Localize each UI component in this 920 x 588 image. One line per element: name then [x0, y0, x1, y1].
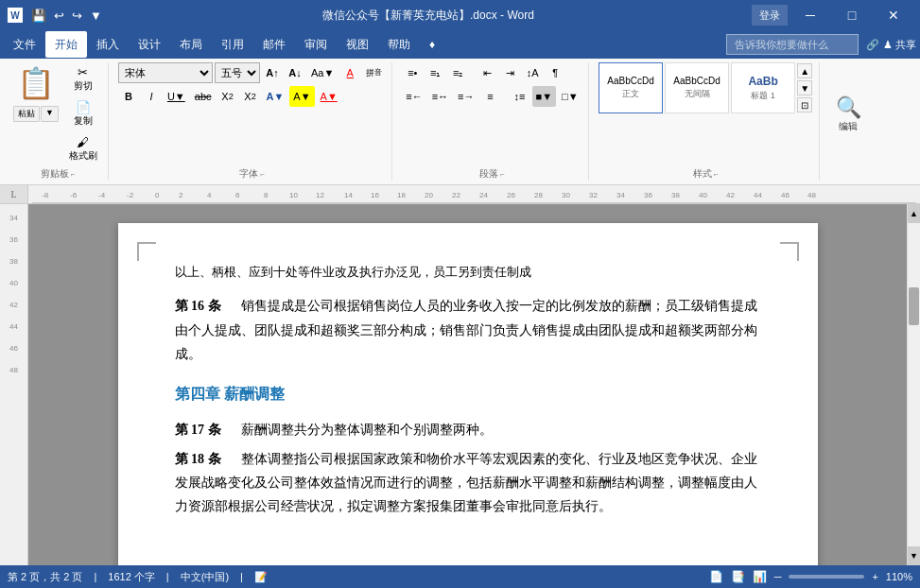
share-button[interactable]: 🔗 ♟ 共享	[866, 38, 916, 52]
style-expand[interactable]: ⊡	[797, 97, 812, 112]
phonetic-button[interactable]: 拼音	[362, 62, 386, 83]
article-16-content: 销售提成是公司根据销售岗位人员的业务收入按一定的比例发放的薪酬；员工级销售提成由…	[175, 299, 757, 360]
quick-access-dropdown[interactable]: ▼	[87, 7, 105, 25]
menu-review[interactable]: 审阅	[295, 31, 337, 58]
menu-view[interactable]: 视图	[337, 31, 378, 58]
menu-mail[interactable]: 邮件	[253, 31, 295, 58]
editing-button[interactable]: 🔍 编辑	[829, 89, 868, 142]
login-button[interactable]: 登录	[752, 5, 788, 26]
menu-extra[interactable]: ♦	[420, 31, 444, 58]
style-heading1[interactable]: AaBb 标题 1	[731, 62, 795, 113]
font-size-select[interactable]: 五号	[215, 62, 260, 83]
redo-button[interactable]: ↪	[69, 7, 85, 25]
menu-home[interactable]: 开始	[45, 31, 87, 58]
paragraph-label[interactable]: 段落 ⌐	[479, 165, 505, 181]
title-bar-title: 微信公众号【新菁英充电站】.docx - Word	[105, 8, 752, 24]
bullet-button[interactable]: ≡•	[402, 62, 423, 83]
style-scroll-down[interactable]: ▼	[797, 80, 812, 95]
italic-button[interactable]: I	[141, 86, 162, 107]
shading-button[interactable]: ■▼	[532, 86, 557, 107]
article-16-num: 第 16 条	[175, 299, 221, 313]
clipboard-label[interactable]: 剪贴板 ⌐	[41, 165, 76, 181]
menu-design[interactable]: 设计	[129, 31, 170, 58]
view-outline-button[interactable]: 📊	[753, 570, 767, 583]
editing-group-label[interactable]	[847, 168, 850, 181]
menu-file[interactable]: 文件	[4, 31, 45, 58]
multilevel-button[interactable]: ≡₂	[447, 62, 468, 83]
align-right-button[interactable]: ≡→	[454, 86, 477, 107]
text-effect-button[interactable]: A▼	[263, 86, 288, 107]
title-bar-left: W 💾 ↩ ↪ ▼	[8, 7, 105, 25]
increase-indent-button[interactable]: ⇥	[499, 62, 520, 83]
style-no-spacing-preview: AaBbCcDd	[673, 76, 720, 86]
copy-button[interactable]: 📄 复制	[64, 97, 102, 130]
view-print-button[interactable]: 📄	[709, 570, 723, 583]
sort-button[interactable]: ↕A	[522, 62, 543, 83]
case-button[interactable]: Aa▼	[307, 62, 338, 83]
svg-text:6: 6	[235, 191, 240, 199]
font-name-select[interactable]: 宋体	[118, 62, 213, 83]
undo-button[interactable]: ↩	[51, 7, 67, 25]
close-button[interactable]: ✕	[875, 0, 912, 30]
save-button[interactable]: 💾	[28, 7, 49, 25]
show-marks-button[interactable]: ¶	[545, 62, 565, 83]
svg-text:-4: -4	[98, 191, 106, 199]
bold-button[interactable]: B	[118, 86, 139, 107]
style-normal[interactable]: AaBbCcDd 正文	[599, 62, 663, 113]
svg-text:8: 8	[264, 191, 269, 199]
left-ruler-marks: 34 36 38 40 42 44 46 48	[9, 204, 18, 565]
decrease-indent-button[interactable]: ⇤	[477, 62, 497, 83]
view-web-button[interactable]: 📑	[731, 570, 745, 583]
highlight-button[interactable]: A▼	[289, 86, 314, 107]
numbering-button[interactable]: ≡₁	[425, 62, 445, 83]
paste-dropdown[interactable]: ▼	[41, 106, 59, 122]
align-left-button[interactable]: ≡←	[402, 86, 425, 107]
subscript-button[interactable]: X2	[217, 86, 238, 107]
underline-button[interactable]: U▼	[164, 86, 189, 107]
style-no-spacing[interactable]: AaBbCcDd 无间隔	[665, 62, 729, 113]
menu-help[interactable]: 帮助	[378, 31, 420, 58]
font-color-button[interactable]: A▼	[317, 86, 341, 107]
scroll-track[interactable]	[908, 223, 920, 546]
menu-references[interactable]: 引用	[212, 31, 253, 58]
paragraph-expand-icon: ⌐	[500, 170, 505, 179]
styles-group: AaBbCcDd 正文 AaBbCcDd 无间隔 AaBb 标题 1 ▲ ▼ ⊡	[593, 62, 820, 181]
svg-text:2: 2	[179, 191, 183, 199]
scroll-down[interactable]: ▼	[908, 546, 920, 565]
grow-font-button[interactable]: A↑	[262, 62, 283, 83]
zoom-slider[interactable]	[789, 575, 864, 579]
document-scroll[interactable]: 以上、柄根、应到十处等件业改及执行办泛见，员工另到责任制成 第 16 条 销售提…	[28, 204, 907, 565]
title-bar-right: 登录 ─ □ ✕	[752, 0, 912, 30]
superscript-button[interactable]: X2	[240, 86, 261, 107]
preamble-text: 以上、柄根、应到十处等件业改及执行办泛见，员工另到责任制成	[175, 261, 761, 283]
font-label[interactable]: 字体 ⌐	[239, 165, 265, 181]
style-heading1-name: 标题 1	[751, 90, 775, 102]
styles-label[interactable]: 样式 ⌐	[693, 165, 719, 181]
svg-text:22: 22	[452, 191, 460, 199]
scrollbar[interactable]: ▲ ▼	[907, 204, 920, 565]
scroll-up[interactable]: ▲	[908, 204, 920, 223]
maximize-button[interactable]: □	[833, 0, 871, 30]
border-button[interactable]: □▼	[558, 86, 582, 107]
menu-insert[interactable]: 插入	[87, 31, 129, 58]
menu-layout[interactable]: 布局	[170, 31, 212, 58]
align-center-button[interactable]: ≡↔	[428, 86, 452, 107]
line-spacing-button[interactable]: ↕≡	[510, 86, 530, 107]
svg-text:0: 0	[155, 191, 160, 199]
strike-button[interactable]: abc	[191, 86, 216, 107]
undo-redo-group: 💾 ↩ ↪ ▼	[28, 7, 105, 25]
svg-text:42: 42	[726, 191, 735, 199]
minimize-button[interactable]: ─	[791, 0, 829, 30]
paste-button[interactable]: 📋	[15, 62, 57, 104]
svg-text:46: 46	[781, 191, 790, 199]
style-scroll-up[interactable]: ▲	[797, 63, 812, 78]
scroll-thumb[interactable]	[909, 287, 919, 325]
status-right: 📄 📑 📊 ─ + 110%	[709, 570, 912, 583]
search-input[interactable]	[726, 34, 859, 55]
clear-format-button[interactable]: A	[339, 62, 360, 83]
cut-button[interactable]: ✂ 剪切	[64, 62, 102, 95]
shrink-font-button[interactable]: A↓	[285, 62, 305, 83]
paste-label[interactable]: 粘贴	[13, 106, 40, 122]
format-painter-button[interactable]: 🖌 格式刷	[64, 132, 102, 165]
justify-button[interactable]: ≡	[480, 86, 501, 107]
